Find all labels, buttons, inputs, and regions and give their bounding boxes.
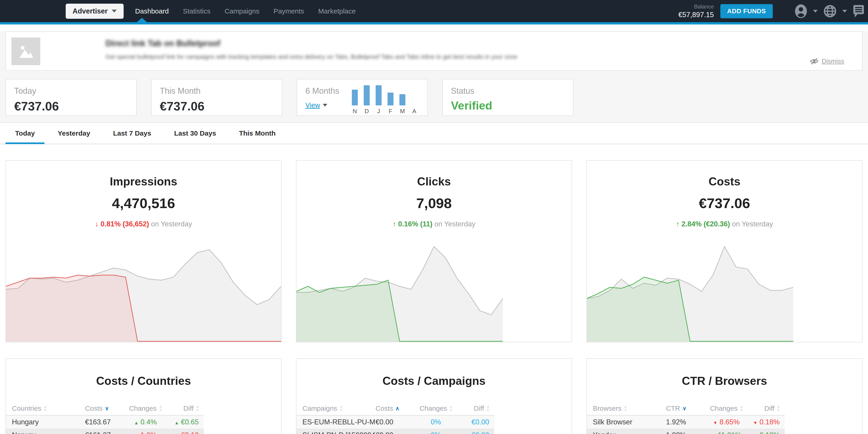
summary-label: Status [451,86,573,96]
balance: Balance €57,897.15 [678,3,714,19]
sort-changes[interactable]: Changes ∧∨ [708,404,745,412]
top-band: Direct link Tab on Bulletproof Get speci… [0,31,868,123]
sort-icon: ∧∨ [196,405,199,411]
active-tab-pointer [137,18,147,22]
sort-changes[interactable]: Changes ∧∨ [127,404,164,412]
costs-campaigns-card: Costs / Campaigns Campaigns ∧∨ Costs ∧ C… [296,358,572,434]
mini-bar-N: N [352,85,358,115]
view-label: View [305,101,320,109]
metric-title: Impressions [6,175,281,188]
sort-campaigns[interactable]: Campaigns ∧∨ [297,404,376,412]
triangle-up-icon: ▲ [753,433,758,434]
metric-value: 7,098 [297,195,571,211]
mini-bar-A: A [411,85,417,115]
mini-bar-D: D [364,85,370,115]
summary-label: This Month [160,86,282,96]
sort-countries[interactable]: Countries ∧∨ [6,404,85,412]
sort-icon: ∧∨ [43,405,46,411]
table-row[interactable]: Hungary €163.67 ▲ 0.4% ▲ €0.65 [6,415,204,429]
nav-campaigns[interactable]: Campaigns [224,7,259,15]
account-icon[interactable] [795,4,807,18]
triangle-down-icon: ▼ [713,420,718,425]
metric-title: Clicks [297,175,571,188]
nav-payments[interactable]: Payments [274,7,304,15]
sort-costs[interactable]: Costs ∨ [85,404,127,412]
delta-text: 0.81% (36,652) [100,220,149,228]
sort-ctr[interactable]: CTR ∨ [666,404,708,412]
table-row[interactable]: Silk Browser 1.92% ▼ 8.65% ▼ 0.18% [587,415,785,429]
table-row[interactable]: Yandex 1.82% ▲ 11.21% ▲ 0.18% [587,429,785,434]
six-months-bar-chart: NDJFMA [352,85,417,115]
tab-last-7-days[interactable]: Last 7 Days [103,123,161,144]
table-row[interactable]: Norway €161.37 ▼ 1.9% ▼ €3.13 [6,429,204,434]
sort-changes[interactable]: Changes ∧∨ [417,404,455,412]
role-selector-label: Advertiser [72,7,107,15]
sort-icon: ∧∨ [777,405,780,411]
up-arrow-icon: ↑ [393,220,396,228]
table-header: Countries ∧∨ Costs ∨ Changes ∧∨ Diff ∧∨ [6,402,204,415]
banner-title-redacted: Direct link Tab on Bulletproof [105,39,517,48]
table-header: Browsers ∧∨ CTR ∨ Changes ∧∨ Diff ∧∨ [587,402,785,415]
triangle-up-icon: ▲ [711,433,716,434]
sort-browsers[interactable]: Browsers ∧∨ [587,404,666,412]
feedback-chat-icon[interactable] [853,5,864,18]
add-funds-button[interactable]: ADD FUNDS [720,4,773,18]
nav-dashboard[interactable]: Dashboard [135,7,169,15]
summary-card-today: Today €737.06 [5,79,137,116]
triangle-up-icon: ▲ [134,420,139,425]
banner-image-placeholder [11,37,40,65]
language-chevron-down-icon[interactable] [842,10,847,12]
brand-accent-bar [0,22,868,25]
tab-today[interactable]: Today [5,123,44,144]
summary-card-status: Status Verified [442,79,574,116]
costs-area-chart [587,237,862,342]
top-navbar: Advertiser Dashboard Statistics Campaign… [0,0,868,22]
sort-diff[interactable]: Diff ∧∨ [455,404,494,412]
impressions-area-chart [6,237,281,342]
tab-this-month[interactable]: This Month [229,123,285,144]
table-row[interactable]: SI-ISM-PN-D [1599994] €0.00 0% €0.00 [297,429,494,434]
table-cards-row: Costs / Countries Countries ∧∨ Costs ∨ C… [5,358,863,434]
summary-card-six-months: 6 Months View NDJFMA [297,79,428,116]
account-chevron-down-icon[interactable] [813,10,818,12]
table-row[interactable]: ES-EUM-REBLL-PU-M [F €0.00 0% €0.00 [297,415,494,429]
sort-diff[interactable]: Diff ∧∨ [164,404,204,412]
sort-asc-icon: ∧ [395,405,399,411]
balance-label: Balance [678,3,714,10]
summary-value: €737.06 [14,99,136,113]
costs-countries-card: Costs / Countries Countries ∧∨ Costs ∨ C… [5,358,282,434]
triangle-down-icon: ▼ [134,433,139,434]
delta-suffix: on Yesterday [732,220,773,228]
sort-costs[interactable]: Costs ∧ [376,404,417,412]
tab-yesterday[interactable]: Yesterday [48,123,100,144]
sort-icon: ∧∨ [624,405,626,411]
balance-value: €57,897.15 [678,11,714,19]
up-arrow-icon: ↑ [676,220,680,228]
metric-delta: ↑ 2.84% (€20.36) on Yesterday [587,220,862,228]
chevron-down-icon [323,104,327,106]
table-header: Campaigns ∧∨ Costs ∧ Changes ∧∨ Diff ∧∨ [297,402,494,415]
sort-icon: ∧∨ [159,405,162,411]
sort-diff[interactable]: Diff ∧∨ [745,404,785,412]
language-globe-icon[interactable] [824,5,836,18]
clicks-area-chart [297,237,571,342]
summary-cards-row: Today €737.06 This Month €737.06 6 Month… [5,79,863,116]
nav-marketplace[interactable]: Marketplace [318,7,355,15]
sort-icon: ∧∨ [450,405,452,411]
dismiss-label: Dismiss [822,58,844,65]
table-title: CTR / Browsers [587,374,862,388]
banner-dismiss[interactable]: Dismiss [810,57,844,65]
sort-desc-icon: ∨ [105,405,109,411]
role-selector-dropdown[interactable]: Advertiser [66,4,124,19]
eye-off-icon [810,57,818,65]
table-title: Costs / Campaigns [297,374,571,388]
chevron-down-icon [112,10,117,12]
metric-delta: ↓ 0.81% (36,652) on Yesterday [6,220,281,228]
nav-statistics[interactable]: Statistics [183,7,210,15]
six-months-view-dropdown[interactable]: View [305,101,327,109]
delta-suffix: on Yesterday [151,220,192,228]
delta-text: 2.84% (€20.36) [681,220,730,228]
tab-last-30-days[interactable]: Last 30 Days [164,123,226,144]
period-tab-strip: Today Yesterday Last 7 Days Last 30 Days… [0,123,868,144]
costs-card: Costs €737.06 ↑ 2.84% (€20.36) on Yester… [586,160,863,342]
